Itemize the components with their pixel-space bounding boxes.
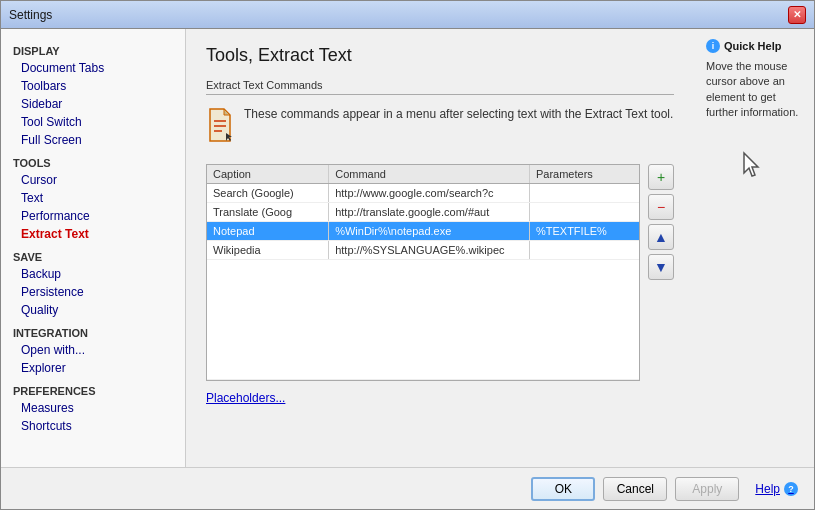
table-buttons: + − ▲ ▼ [648, 164, 674, 280]
svg-marker-1 [224, 109, 230, 115]
sidebar-item-backup[interactable]: Backup [1, 265, 169, 283]
cell-params [529, 184, 639, 203]
titlebar: Settings ✕ [1, 1, 814, 29]
info-icon: i [706, 39, 720, 53]
sidebar-section-display: DISPLAY [1, 37, 169, 59]
sidebar-section-save: SAVE [1, 243, 169, 265]
table-row[interactable]: Search (Google) http://www.google.com/se… [207, 184, 639, 203]
sidebar-section-tools: TOOLS [1, 149, 169, 171]
section-header: Extract Text Commands [206, 78, 674, 95]
quickhelp-text: Move the mouse cursor above an element t… [706, 59, 802, 121]
sidebar-item-document-tabs[interactable]: Document Tabs [1, 59, 169, 77]
cell-command: http://%SYSLANGUAGE%.wikipec [329, 241, 530, 260]
cell-params: %TEXTFILE% [529, 222, 639, 241]
table-row[interactable]: Wikipedia http://%SYSLANGUAGE%.wikipec [207, 241, 639, 260]
ok-button[interactable]: OK [531, 477, 595, 501]
apply-button[interactable]: Apply [675, 477, 739, 501]
svg-marker-6 [744, 153, 758, 176]
extract-text-info: These commands appear in a menu after se… [206, 105, 674, 148]
cell-params [529, 241, 639, 260]
sidebar-item-cursor[interactable]: Cursor [1, 171, 169, 189]
help-icon: ? [784, 482, 798, 496]
remove-row-button[interactable]: − [648, 194, 674, 220]
cell-command: http://www.google.com/search?c [329, 184, 530, 203]
sidebar-inner: DISPLAY Document Tabs Toolbars Sidebar T… [1, 29, 169, 443]
move-up-button[interactable]: ▲ [648, 224, 674, 250]
cancel-button[interactable]: Cancel [603, 477, 667, 501]
table-area: Caption Command Parameters Search (Googl… [206, 164, 674, 381]
sidebar-item-tool-switch[interactable]: Tool Switch [1, 113, 169, 131]
sidebar-item-explorer[interactable]: Explorer [1, 359, 169, 377]
cell-command: http://translate.google.com/#aut [329, 203, 530, 222]
sidebar-section-integration: INTEGRATION [1, 319, 169, 341]
footer: OK Cancel Apply Help ? [1, 467, 814, 509]
col-header-params: Parameters [529, 165, 639, 184]
placeholders-link[interactable]: Placeholders... [206, 391, 674, 405]
main-panel: Tools, Extract Text Extract Text Command… [186, 29, 694, 467]
col-header-caption: Caption [207, 165, 329, 184]
sidebar-item-shortcuts[interactable]: Shortcuts [1, 417, 169, 435]
section-title: Extract Text Commands [206, 79, 323, 91]
extract-text-icon [206, 107, 234, 148]
table-row[interactable]: Translate (Goog http://translate.google.… [207, 203, 639, 222]
col-header-command: Command [329, 165, 530, 184]
sidebar-item-full-screen[interactable]: Full Screen [1, 131, 169, 149]
content-area: DISPLAY Document Tabs Toolbars Sidebar T… [1, 29, 814, 467]
table-row[interactable]: Notepad %WinDir%\notepad.exe %TEXTFILE% [207, 222, 639, 241]
sidebar-item-persistence[interactable]: Persistence [1, 283, 169, 301]
sidebar-item-quality[interactable]: Quality [1, 301, 169, 319]
sidebar-section-preferences: PREFERENCES [1, 377, 169, 399]
window-title: Settings [9, 8, 52, 22]
sidebar-item-open-with[interactable]: Open with... [1, 341, 169, 359]
sidebar-item-measures[interactable]: Measures [1, 399, 169, 417]
sidebar: DISPLAY Document Tabs Toolbars Sidebar T… [1, 29, 186, 467]
sidebar-item-text[interactable]: Text [1, 189, 169, 207]
settings-window: Settings ✕ DISPLAY Document Tabs Toolbar… [0, 0, 815, 510]
cursor-pointer-icon [706, 151, 802, 186]
page-title: Tools, Extract Text [206, 45, 674, 66]
close-button[interactable]: ✕ [788, 6, 806, 24]
quickhelp-title: i Quick Help [706, 39, 802, 53]
commands-table-wrapper: Caption Command Parameters Search (Googl… [206, 164, 640, 381]
cell-params [529, 203, 639, 222]
move-down-button[interactable]: ▼ [648, 254, 674, 280]
add-row-button[interactable]: + [648, 164, 674, 190]
cell-caption: Translate (Goog [207, 203, 329, 222]
cell-caption: Notepad [207, 222, 329, 241]
commands-table: Caption Command Parameters Search (Googl… [207, 165, 639, 380]
cell-caption: Search (Google) [207, 184, 329, 203]
sidebar-item-extract-text[interactable]: Extract Text [1, 225, 169, 243]
sidebar-item-sidebar[interactable]: Sidebar [1, 95, 169, 113]
cell-command: %WinDir%\notepad.exe [329, 222, 530, 241]
sidebar-item-performance[interactable]: Performance [1, 207, 169, 225]
extract-description: These commands appear in a menu after se… [244, 105, 673, 123]
cell-caption: Wikipedia [207, 241, 329, 260]
help-link[interactable]: Help ? [755, 482, 798, 496]
quickhelp-panel: i Quick Help Move the mouse cursor above… [694, 29, 814, 467]
sidebar-item-toolbars[interactable]: Toolbars [1, 77, 169, 95]
